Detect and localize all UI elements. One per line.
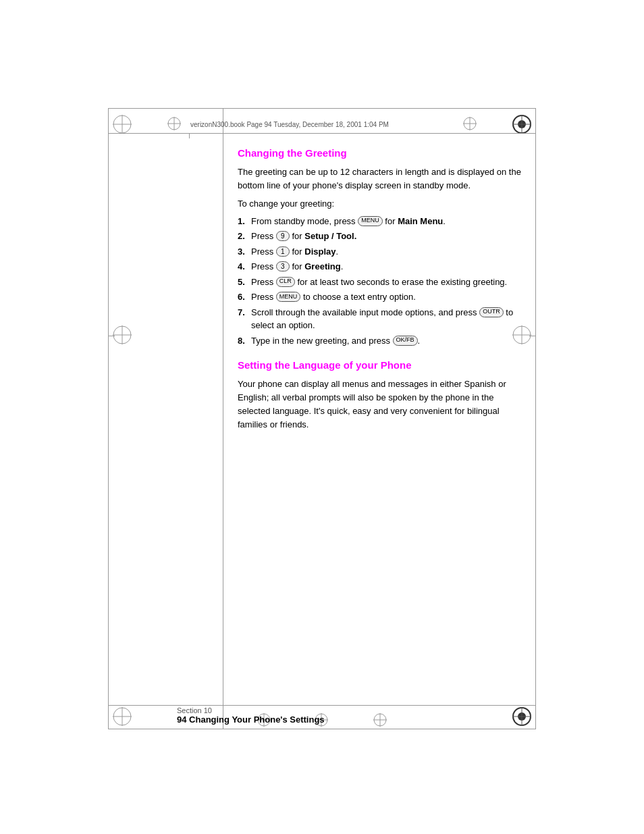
steps-list: 1. From standby mode, press MENU for Mai… — [238, 215, 524, 348]
step-1-num: 1. — [238, 215, 251, 228]
step-7-num: 7. — [238, 306, 251, 319]
footer-reg-right — [373, 712, 387, 727]
reg-mark-bottom-left — [111, 706, 133, 727]
section-changing-greeting: Changing the Greeting The greeting can b… — [238, 147, 524, 347]
btn-menu-2: MENU — [276, 292, 301, 302]
header-file-info: verizonN300.book Page 94 Tuesday, Decemb… — [190, 121, 389, 128]
intro-text: The greeting can be up to 12 characters … — [238, 165, 524, 192]
page-border-right — [535, 108, 536, 729]
reg-mark-mid-left — [111, 324, 133, 346]
step-2-content: Press 9 for Setup / Tool. — [251, 230, 356, 243]
step-5: 5. Press CLR for at least two seconds to… — [238, 276, 524, 289]
page-border-bottom — [108, 729, 536, 729]
mid-tick-right — [529, 336, 536, 336]
step-2: 2. Press 9 for Setup / Tool. — [238, 230, 524, 243]
step-4-num: 4. — [238, 260, 251, 273]
step-8-num: 8. — [238, 334, 251, 348]
header-horizontal-line — [108, 133, 536, 134]
step-3: 3. Press 1 for Display. — [238, 245, 524, 259]
step-7: 7. Scroll through the available input mo… — [238, 306, 524, 332]
reg-mark-top-right — [511, 113, 533, 135]
btn-outr: OUTR — [479, 307, 504, 317]
reg-mark-top-left — [111, 113, 133, 135]
inner-vertical-line — [223, 108, 223, 729]
btn-1: 1 — [276, 246, 290, 257]
step-3-content: Press 1 for Display. — [251, 245, 338, 259]
step-2-num: 2. — [238, 230, 251, 243]
header-reg-left — [167, 116, 182, 131]
section-setting-language: Setting the Language of your Phone Your … — [238, 359, 524, 432]
step-6-content: Press MENU to choose a text entry option… — [251, 290, 416, 304]
btn-okfb: OK/FB — [393, 336, 418, 346]
step-6-num: 6. — [238, 290, 251, 304]
reg-mark-bottom-right — [511, 706, 533, 727]
step-7-content: Scroll through the available input mode … — [251, 306, 524, 332]
mid-tick-left — [108, 336, 115, 336]
btn-clr: CLR — [276, 277, 295, 287]
btn-3: 3 — [276, 261, 290, 271]
step-5-num: 5. — [238, 276, 251, 289]
step-8-content: Type in the new greeting, and press OK/F… — [251, 334, 420, 348]
btn-9: 9 — [276, 231, 290, 241]
step-8: 8. Type in the new greeting, and press O… — [238, 334, 524, 348]
page-border-left — [108, 108, 109, 729]
step-5-content: Press CLR for at least two seconds to er… — [251, 276, 507, 289]
step-4: 4. Press 3 for Greeting. — [238, 260, 524, 273]
footer-horizontal-line — [108, 705, 536, 706]
footer-title: 94 Changing Your Phone's Settings — [177, 714, 325, 725]
step-3-num: 3. — [238, 245, 251, 259]
footer-section-label: Section 10 — [177, 706, 325, 714]
heading-changing-greeting: Changing the Greeting — [238, 147, 524, 159]
step-1-content: From standby mode, press MENU for Main M… — [251, 215, 446, 228]
step-4-content: Press 3 for Greeting. — [251, 260, 343, 273]
footer-area: Section 10 94 Changing Your Phone's Sett… — [177, 706, 325, 725]
main-content: Changing the Greeting The greeting can b… — [238, 147, 524, 432]
to-change-text: To change your greeting: — [238, 197, 524, 211]
page-border-top — [108, 108, 536, 109]
step-1: 1. From standby mode, press MENU for Mai… — [238, 215, 524, 228]
step-6: 6. Press MENU to choose a text entry opt… — [238, 290, 524, 304]
tick-mark-header-left — [189, 133, 190, 138]
btn-menu-1: MENU — [358, 216, 383, 226]
header-reg-right — [462, 116, 477, 131]
heading-setting-language: Setting the Language of your Phone — [238, 359, 524, 371]
language-body-text: Your phone can display all menus and mes… — [238, 377, 524, 432]
